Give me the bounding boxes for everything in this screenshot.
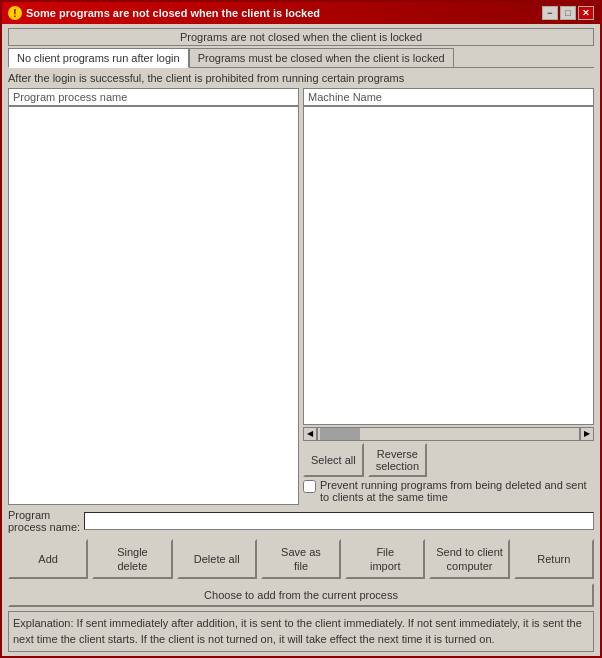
title-bar: ! Some programs are not closed when the … xyxy=(2,2,600,24)
file-import-button[interactable]: File import xyxy=(345,539,425,580)
reverse-selection-button[interactable]: Reverse selection xyxy=(368,443,427,477)
single-delete-button[interactable]: Single delete xyxy=(92,539,172,580)
scrollbar-area: ◀ ▶ xyxy=(303,427,594,441)
right-panel: Machine Name ◀ ▶ Select all Reverse sele… xyxy=(303,88,594,505)
status-bar: Programs are not closed when the client … xyxy=(8,28,594,46)
select-all-button[interactable]: Select all xyxy=(303,443,364,477)
tab-row: No client programs run after login Progr… xyxy=(8,48,594,68)
save-as-file-button[interactable]: Save as file xyxy=(261,539,341,580)
selection-buttons-row: Select all Reverse selection xyxy=(303,443,594,477)
explanation-text: Explanation: If sent immediately after a… xyxy=(13,617,582,644)
maximize-button[interactable]: □ xyxy=(560,6,576,20)
send-to-client-button[interactable]: Send to client computer xyxy=(429,539,509,580)
prevent-delete-checkbox[interactable] xyxy=(303,480,316,493)
left-panel: Program process name xyxy=(8,88,299,505)
add-button[interactable]: Add xyxy=(8,539,88,580)
left-panel-header: Program process name xyxy=(8,88,299,106)
h-scrollbar xyxy=(317,427,580,441)
checkbox-label: Prevent running programs from being dele… xyxy=(320,479,594,503)
choose-from-process-button[interactable]: Choose to add from the current process xyxy=(8,583,594,607)
tab-programs-closed[interactable]: Programs must be closed when the client … xyxy=(189,48,454,67)
window-icon: ! xyxy=(8,6,22,20)
scroll-left-button[interactable]: ◀ xyxy=(303,427,317,441)
tab-no-client-programs[interactable]: No client programs run after login xyxy=(8,48,189,68)
close-button[interactable]: ✕ xyxy=(578,6,594,20)
scrollbar-thumb[interactable] xyxy=(320,428,360,440)
minimize-button[interactable]: − xyxy=(542,6,558,20)
info-text: After the login is successful, the clien… xyxy=(8,70,594,86)
right-panel-header: Machine Name xyxy=(303,88,594,106)
delete-all-button[interactable]: Delete all xyxy=(177,539,257,580)
left-list-box[interactable] xyxy=(8,106,299,505)
scroll-right-button[interactable]: ▶ xyxy=(580,427,594,441)
process-name-label: Program process name: xyxy=(8,509,80,533)
process-name-row: Program process name: xyxy=(8,509,594,533)
return-button[interactable]: Return xyxy=(514,539,594,580)
action-buttons-row: Add Single delete Delete all Save as fil… xyxy=(8,539,594,580)
window-content: Programs are not closed when the client … xyxy=(2,24,600,656)
process-name-input[interactable] xyxy=(84,512,594,530)
main-window: ! Some programs are not closed when the … xyxy=(0,0,602,658)
checkbox-area: Prevent running programs from being dele… xyxy=(303,477,594,505)
panels-area: Program process name Machine Name ◀ ▶ Se… xyxy=(8,88,594,505)
right-list-box[interactable] xyxy=(303,106,594,425)
status-text: Programs are not closed when the client … xyxy=(180,31,422,43)
window-title: Some programs are not closed when the cl… xyxy=(26,7,320,19)
explanation-box: Explanation: If sent immediately after a… xyxy=(8,611,594,652)
